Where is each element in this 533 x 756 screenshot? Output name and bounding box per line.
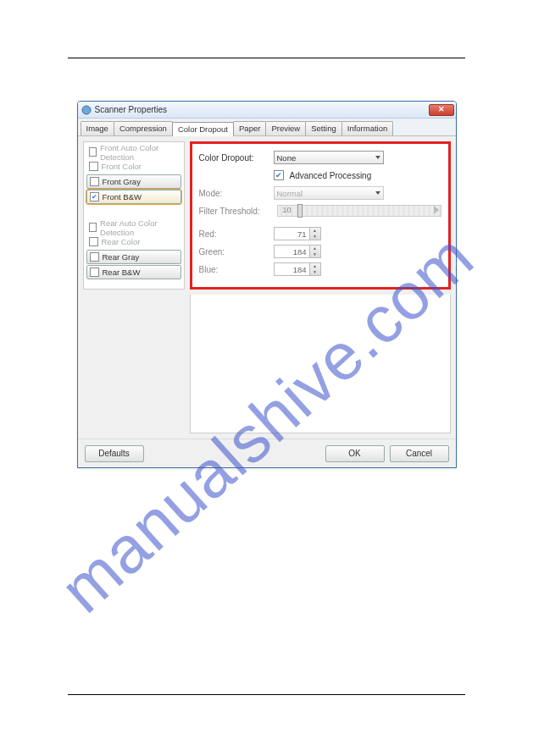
tab-row: ImageCompressionColor DropoutPaperPrevie… <box>78 119 456 136</box>
sidebar-item-label: Front Gray <box>103 177 141 186</box>
sidebar-item-rear-auto-color-detection[interactable]: Rear Auto Color Detection <box>86 220 181 235</box>
checkbox[interactable] <box>90 252 99 262</box>
mode-label: Mode: <box>199 189 274 198</box>
sidebar: Front Auto Color DetectionFront ColorFro… <box>83 141 185 290</box>
red-spinner[interactable]: ▲▼ <box>274 227 323 240</box>
filter-threshold-slider[interactable]: 10 <box>277 205 441 217</box>
mode-combo[interactable]: Normal <box>274 186 384 200</box>
down-icon[interactable]: ▼ <box>310 269 320 275</box>
green-spinner[interactable]: ▲▼ <box>274 245 323 258</box>
sidebar-item-rear-color[interactable]: Rear Color <box>86 235 181 249</box>
tab-image[interactable]: Image <box>81 121 114 135</box>
sidebar-item-label: Front Color <box>102 162 142 171</box>
down-icon[interactable]: ▼ <box>310 251 320 257</box>
sidebar-item-rear-gray[interactable]: Rear Gray <box>86 250 181 264</box>
advanced-processing-checkbox[interactable]: ✔ <box>274 170 284 180</box>
tab-information[interactable]: Information <box>341 121 394 135</box>
slider-thumb[interactable] <box>297 204 303 218</box>
red-input[interactable] <box>274 227 309 240</box>
up-icon[interactable]: ▲ <box>310 246 320 251</box>
advanced-processing-label: Advanced Processing <box>290 171 372 180</box>
tab-setting[interactable]: Setting <box>305 121 342 135</box>
checkbox[interactable] <box>89 237 98 246</box>
app-icon <box>81 105 92 115</box>
chevron-down-icon <box>375 156 380 159</box>
color-dropout-label: Color Dropout: <box>199 153 274 163</box>
green-label: Green: <box>199 247 274 257</box>
color-dropout-value: None <box>277 153 297 163</box>
lower-panel <box>190 295 451 433</box>
checkbox[interactable] <box>89 147 97 157</box>
defaults-button[interactable]: Defaults <box>85 445 144 462</box>
blue-spinner[interactable]: ▲▼ <box>274 262 323 276</box>
blue-label: Blue: <box>199 265 274 274</box>
filter-threshold-label: Filter Threshold: <box>199 207 274 216</box>
button-row: Defaults OK Cancel <box>78 439 456 467</box>
filter-threshold-value: 10 <box>283 206 291 214</box>
page-rule-top <box>68 58 465 58</box>
checkbox[interactable] <box>90 268 99 277</box>
sidebar-item-label: Rear Color <box>102 237 141 246</box>
tab-preview[interactable]: Preview <box>265 121 306 135</box>
checkbox[interactable] <box>90 177 99 186</box>
window-title: Scanner Properties <box>95 105 168 114</box>
close-button[interactable]: ✕ <box>429 104 454 116</box>
sidebar-item-label: Rear Gray <box>103 252 140 262</box>
sidebar-item-label: Rear Auto Color Detection <box>100 218 178 237</box>
sidebar-item-front-color[interactable]: Front Color <box>86 159 181 174</box>
color-dropout-combo[interactable]: None <box>274 151 384 164</box>
green-input[interactable] <box>274 245 309 258</box>
checkbox[interactable]: ✔ <box>90 192 99 201</box>
slider-end-icon <box>434 206 439 214</box>
tab-compression[interactable]: Compression <box>114 121 173 135</box>
blue-input[interactable] <box>274 262 309 276</box>
up-icon[interactable]: ▲ <box>310 228 320 234</box>
sidebar-item-front-gray[interactable]: Front Gray <box>86 174 181 189</box>
tab-color-dropout[interactable]: Color Dropout <box>172 122 234 136</box>
scanner-properties-window: Scanner Properties ✕ ImageCompressionCol… <box>77 101 457 468</box>
sidebar-item-label: Front B&W <box>103 192 142 201</box>
down-icon[interactable]: ▼ <box>310 234 320 240</box>
sidebar-item-label: Rear B&W <box>103 268 141 277</box>
sidebar-item-rear-b-w[interactable]: Rear B&W <box>86 265 181 279</box>
chevron-down-icon <box>375 191 380 195</box>
sidebar-item-label: Front Auto Color Detection <box>100 143 179 162</box>
svg-point-0 <box>82 106 91 114</box>
red-label: Red: <box>199 229 274 239</box>
close-icon: ✕ <box>438 106 445 113</box>
titlebar: Scanner Properties ✕ <box>78 102 456 119</box>
page-rule-bottom <box>68 694 465 695</box>
cancel-button[interactable]: Cancel <box>390 445 449 462</box>
tab-paper[interactable]: Paper <box>233 121 266 135</box>
color-dropout-panel: Color Dropout: None ✔ Advanced Processin… <box>190 141 451 290</box>
mode-value: Normal <box>277 189 303 198</box>
ok-button[interactable]: OK <box>325 445 385 462</box>
checkbox[interactable] <box>89 223 97 232</box>
up-icon[interactable]: ▲ <box>310 263 320 269</box>
sidebar-item-front-auto-color-detection[interactable]: Front Auto Color Detection <box>86 145 181 159</box>
sidebar-item-front-b-w[interactable]: ✔Front B&W <box>86 190 181 204</box>
checkbox[interactable] <box>89 162 98 171</box>
